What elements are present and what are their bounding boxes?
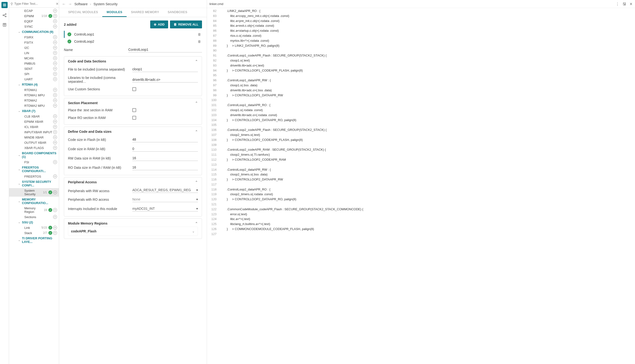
collapse-icon[interactable]: ⌃ — [195, 59, 198, 63]
add-icon[interactable]: + — [53, 88, 57, 92]
text-ram-checkbox[interactable] — [132, 108, 136, 112]
tree[interactable]: ECAP+ EPWM1/18✓+ EQEP+ SYNC+ ⌄COMMUNICAT… — [9, 8, 59, 364]
node-fsitx[interactable]: FSITX+ — [9, 40, 59, 45]
add-icon[interactable]: + — [53, 215, 57, 219]
node-outputxbar[interactable]: OUTPUT XBAR+ — [9, 140, 59, 145]
node-fsi[interactable]: FSI+ — [9, 160, 59, 165]
node-rtdma2[interactable]: RTDMA2+ — [9, 98, 59, 103]
add-icon[interactable]: + — [53, 46, 57, 50]
collapse-icon[interactable]: ⌃ — [195, 222, 198, 225]
add-icon[interactable]: + — [53, 19, 57, 23]
node-fsirx[interactable]: FSIRX+ — [9, 34, 59, 40]
back-icon[interactable]: ← — [62, 2, 66, 6]
close-icon[interactable]: ✕ — [630, 2, 632, 6]
add-icon[interactable]: + — [53, 51, 57, 55]
add-icon[interactable]: + — [53, 56, 57, 60]
interrupts-select[interactable]: myADC01_INT▾ — [132, 206, 198, 212]
tab-modules[interactable]: MODULES — [102, 8, 126, 17]
file-input[interactable] — [132, 66, 198, 72]
ro-periph-select[interactable]: None▾ — [132, 197, 198, 202]
node-memregion[interactable]: Memory Region19✓+ — [9, 206, 59, 214]
ro-ram-checkbox[interactable] — [132, 116, 136, 120]
node-clbxbar[interactable]: CLB XBAR+ — [9, 114, 59, 119]
node-rtdma1mpu[interactable]: RTDMA1 MPU+ — [9, 92, 59, 98]
group-freertos[interactable]: ⌄FREERTOS CONFIGURATI... — [9, 165, 59, 174]
add-icon[interactable]: + — [53, 114, 57, 118]
add-icon[interactable]: + — [53, 174, 57, 178]
add-icon[interactable]: + — [53, 67, 57, 70]
clear-filter-icon[interactable]: ✕ — [56, 2, 59, 6]
add-icon[interactable]: + — [53, 35, 57, 39]
node-mindbxbar[interactable]: MINDB XBAR+ — [9, 135, 59, 140]
code-flash-input[interactable] — [132, 137, 198, 142]
add-icon[interactable]: + — [53, 190, 57, 194]
add-icon[interactable]: + — [53, 104, 57, 108]
group-board[interactable]: ⌄BOARD COMPONENTS (1) — [9, 150, 59, 160]
add-icon[interactable]: + — [53, 141, 57, 144]
crumb-software[interactable]: Software — [74, 2, 88, 6]
tab-sandboxes[interactable]: SANDBOXES — [163, 8, 192, 17]
node-inputxbar[interactable]: INPUTXBAR INPUT+ — [9, 130, 59, 135]
node-freertos[interactable]: FREERTOS+ — [9, 174, 59, 179]
group-rtdma[interactable]: ⌄RTDMA (4) — [9, 82, 59, 87]
node-rtdma1[interactable]: RTDMA1+ — [9, 87, 59, 92]
add-button[interactable]: ⊕ADD — [150, 20, 168, 28]
rail-chip-icon[interactable] — [2, 2, 8, 8]
add-icon[interactable]: + — [53, 24, 57, 28]
filter-input[interactable] — [14, 2, 54, 6]
module-item[interactable]: ✓ControlLoop1🗑 — [64, 31, 202, 38]
collapse-icon[interactable]: ⌃ — [195, 101, 198, 105]
code-ram-input[interactable] — [132, 146, 198, 152]
node-lin[interactable]: LIN+ — [9, 50, 59, 56]
rw-periph-select[interactable]: ADCA_RESULT_REGS, EPWM1_REG▾ — [132, 187, 198, 193]
node-iclxbar[interactable]: ICL XBAR+ — [9, 124, 59, 130]
save-icon[interactable]: 🖫 — [622, 2, 626, 6]
more-icon[interactable]: ⋮ — [616, 2, 619, 6]
add-icon[interactable]: + — [53, 62, 57, 65]
node-i2c[interactable]: I2C+ — [9, 45, 59, 50]
remove-all-button[interactable]: 🗑REMOVE ALL — [170, 20, 202, 28]
code-editor[interactable]: 82 .LINK2_dataAPR_RO : {83 libc.a<copy_z… — [207, 8, 635, 364]
add-icon[interactable]: + — [53, 93, 57, 97]
rail-share-icon[interactable] — [2, 13, 7, 18]
add-icon[interactable]: + — [53, 160, 57, 164]
node-uart[interactable]: UART+ — [9, 76, 59, 82]
tab-shared-memory[interactable]: SHARED MEMORY — [126, 8, 163, 17]
node-rtdma2mpu[interactable]: RTDMA2 MPU+ — [9, 103, 59, 108]
node-epwm[interactable]: EPWM1/18✓+ — [9, 13, 59, 18]
expand-icon[interactable]: ⌄ — [192, 229, 195, 233]
add-icon[interactable]: + — [53, 40, 57, 44]
node-ecap[interactable]: ECAP+ — [9, 8, 59, 13]
delete-icon[interactable]: 🗑 — [198, 40, 201, 44]
collapse-icon[interactable]: ⌃ — [195, 130, 198, 134]
node-sync[interactable]: SYNC+ — [9, 24, 59, 29]
node-spi[interactable]: SPI+ — [9, 71, 59, 76]
node-sections[interactable]: Sections+ — [9, 214, 59, 220]
node-pmbus[interactable]: PMBUS+ — [9, 61, 59, 66]
group-ssu[interactable]: ⌄SSU (2) — [9, 220, 59, 225]
ro-flash-input[interactable] — [132, 165, 198, 170]
add-icon[interactable]: + — [53, 77, 57, 81]
group-xbar[interactable]: ⌄XBAR (7) — [9, 108, 59, 114]
delete-icon[interactable]: 🗑 — [198, 32, 201, 36]
group-communication[interactable]: ⌄COMMUNICATION (9) — [9, 29, 59, 34]
add-icon[interactable]: + — [53, 136, 57, 139]
node-link[interactable]: Link5/15✓+ — [9, 225, 59, 230]
add-icon[interactable]: + — [53, 120, 57, 124]
node-system-security[interactable]: System Security1/1✓+ — [9, 188, 59, 197]
add-icon[interactable]: + — [53, 9, 57, 13]
tab-special-modules[interactable]: SPECIAL MODULES — [64, 8, 102, 17]
collapse-icon[interactable]: ⌃ — [195, 180, 198, 184]
node-mcan[interactable]: MCAN+ — [9, 56, 59, 61]
lib-input[interactable] — [132, 77, 198, 82]
node-epwmxbar[interactable]: EPWM XBAR+ — [9, 119, 59, 124]
add-icon[interactable]: + — [53, 231, 57, 235]
node-xbarflags[interactable]: XBAR FLAGS+ — [9, 145, 59, 150]
add-icon[interactable]: + — [53, 146, 57, 150]
module-item[interactable]: ✓ControlLoop2🗑 — [64, 38, 202, 45]
node-sent[interactable]: SENT+ — [9, 66, 59, 71]
add-icon[interactable]: + — [53, 130, 57, 134]
add-icon[interactable]: + — [53, 98, 57, 102]
add-icon[interactable]: + — [53, 72, 57, 76]
add-icon[interactable]: + — [53, 226, 57, 230]
